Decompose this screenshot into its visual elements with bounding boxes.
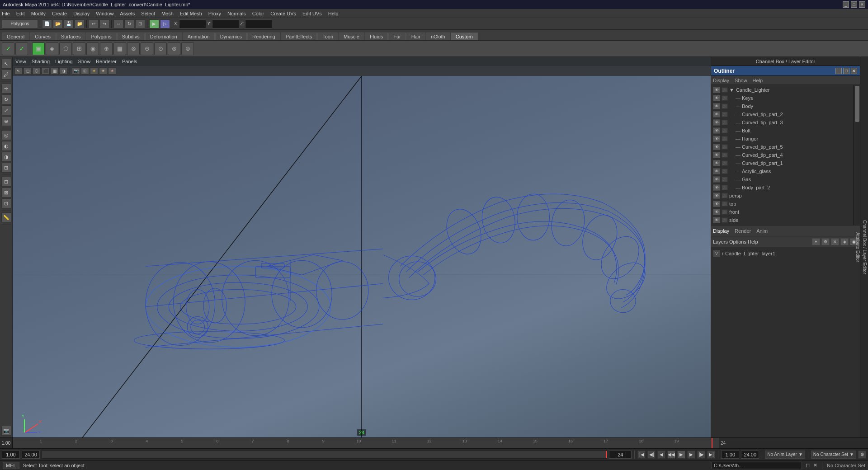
layer-delete-btn[interactable]: ✕	[831, 238, 839, 245]
soft-mod-btn[interactable]: ◎	[1, 130, 11, 140]
tab-custom[interactable]: Custom	[451, 33, 478, 40]
vis-icon-front[interactable]: 👁	[713, 209, 720, 215]
viewport-canvas[interactable]: X Y Z 24	[13, 76, 711, 437]
tab-dynamics[interactable]: Dynamics	[215, 33, 247, 40]
menu-display[interactable]: Display	[73, 11, 90, 16]
shelf-poly1[interactable]: ▣	[32, 42, 45, 55]
menu-select[interactable]: Select	[141, 11, 155, 16]
snap-point-btn[interactable]: ⊡	[1, 198, 11, 208]
viewport-area[interactable]: View Shading Lighting Show Renderer Pane…	[13, 57, 711, 437]
menu-edit[interactable]: Edit	[16, 11, 25, 16]
prev-frame-btn[interactable]: ◀	[657, 451, 665, 459]
shelf-poly6[interactable]: ⊕	[100, 42, 113, 55]
tree-item-persp[interactable]: 👁 🎥 persp	[711, 192, 854, 200]
tree-item-acrylic[interactable]: 👁 🎥 — Acrylic_glass	[711, 167, 854, 175]
vis-icon-c4[interactable]: 👁	[713, 152, 720, 158]
tab-subdivs[interactable]: Subdivs	[117, 33, 145, 40]
tree-item-keys[interactable]: 👁 🎥 — Keys	[711, 94, 854, 102]
layer-new-btn[interactable]: +	[812, 238, 820, 245]
snap-grid-btn[interactable]: ⊟	[1, 177, 11, 187]
layers-menu-help[interactable]: Help	[748, 239, 758, 244]
vis-icon-keys[interactable]: 👁	[713, 95, 720, 101]
vis-icon-persp[interactable]: 👁	[713, 193, 720, 199]
range-end-field[interactable]: 24.00	[741, 451, 759, 459]
tab-curves[interactable]: Curves	[30, 33, 56, 40]
char-set-dropdown[interactable]: No Character Set ▼	[811, 451, 856, 459]
outliner-close-btn[interactable]: ✕	[851, 68, 857, 74]
anim-end-field[interactable]: 24.00	[22, 451, 40, 459]
vis-icon-gas[interactable]: 👁	[713, 176, 720, 183]
vp-solid-btn[interactable]: ⬛	[42, 67, 50, 75]
shelf-poly11[interactable]: ⊛	[168, 42, 180, 55]
shelf-poly3[interactable]: ⬡	[59, 42, 72, 55]
vp-tex-btn[interactable]: ▦	[51, 67, 59, 75]
menu-edit-mesh[interactable]: Edit Mesh	[180, 11, 202, 16]
tree-item-curved1[interactable]: 👁 🎥 — Curved_tip_part_1	[711, 159, 854, 167]
layer-row-1[interactable]: V / Candle_Lighter_layer1	[713, 249, 858, 258]
tree-item-curved4[interactable]: 👁 🎥 — Curved_tip_part_4	[711, 151, 854, 159]
vp-grid-btn[interactable]: ⊞	[81, 67, 89, 75]
range-start-field[interactable]: 1.00	[721, 451, 739, 459]
tab-surfaces[interactable]: Surfaces	[56, 33, 85, 40]
vp-menu-shading[interactable]: Shading	[32, 59, 50, 64]
menu-modify[interactable]: Modify	[31, 11, 46, 16]
undo-btn[interactable]: ↩	[89, 19, 99, 28]
menu-color[interactable]: Color	[252, 11, 264, 16]
vis-icon-c1[interactable]: 👁	[713, 160, 720, 166]
select-tool-btn[interactable]: ↖	[1, 59, 11, 69]
sculpt-btn[interactable]: ◐	[1, 141, 11, 151]
close-btn[interactable]: ✕	[859, 1, 865, 8]
menu-mesh[interactable]: Mesh	[161, 11, 174, 16]
ipr-btn[interactable]: ▷	[160, 19, 170, 28]
vp-menu-view[interactable]: View	[15, 59, 26, 64]
vp-obj-btn[interactable]: ◻	[24, 67, 32, 75]
vp-shade-btn[interactable]: ◑	[60, 67, 68, 75]
tab-polygons[interactable]: Polygons	[86, 33, 116, 40]
vp-wire-btn[interactable]: ⬡	[33, 67, 41, 75]
shelf-poly5[interactable]: ◉	[86, 42, 99, 55]
shelf-poly2[interactable]: ◈	[46, 42, 58, 55]
minimize-btn[interactable]: _	[843, 1, 849, 8]
layer-vis-v[interactable]: V	[713, 250, 720, 257]
cluster-btn[interactable]: ⊞	[1, 163, 11, 173]
tree-item-candle-lighter[interactable]: 👁 🎥 ▼ Candle_Lighter	[711, 86, 854, 94]
skip-end-btn[interactable]: ▶|	[707, 451, 715, 459]
menu-proxy[interactable]: Proxy	[208, 11, 221, 16]
outliner-scrollbar[interactable]	[854, 85, 860, 225]
vis-icon-c2[interactable]: 👁	[713, 111, 720, 118]
tab-fur[interactable]: Fur	[388, 33, 406, 40]
vis-icon-body2[interactable]: 👁	[713, 184, 720, 191]
vis-icon[interactable]: 👁	[713, 87, 720, 93]
inner-timeline[interactable]	[42, 451, 607, 459]
vis-icon-side[interactable]: 👁	[713, 217, 720, 223]
tab-deformation[interactable]: Deformation	[145, 33, 182, 40]
open-btn[interactable]: 📂	[53, 19, 63, 28]
layer-icon1[interactable]: ◈	[840, 238, 849, 245]
shelf-poly7[interactable]: ▦	[113, 42, 126, 55]
vtab-channelbox[interactable]: Channel Box / Layer Editor	[861, 218, 868, 276]
mode-selector[interactable]: Polygons	[2, 19, 38, 28]
tab-fluids[interactable]: Fluids	[365, 33, 388, 40]
vis-icon-hanger[interactable]: 👁	[713, 136, 720, 142]
scale-tool-btn[interactable]: ⤢	[1, 105, 11, 115]
skip-start-btn[interactable]: |◀	[637, 451, 646, 459]
layers-menu-options[interactable]: Options	[729, 239, 746, 244]
timeline-ruler[interactable]: 1 2 3 4 5 6 7 8 9 10 11 12 13 14 15 16 1…	[13, 438, 719, 448]
rotate-btn[interactable]: ↻	[124, 19, 134, 28]
paint-select-btn[interactable]: 🖊	[1, 70, 11, 80]
menu-create-uvs[interactable]: Create UVs	[270, 11, 296, 16]
vis-icon-bolt[interactable]: 👁	[713, 127, 720, 134]
camera-btn[interactable]: 📷	[1, 426, 11, 436]
vp-light2-btn[interactable]: ☀	[99, 67, 107, 75]
outliner-tab-help[interactable]: Help	[753, 78, 763, 83]
outliner-maximize-btn[interactable]: □	[843, 68, 849, 74]
menu-edit-uvs[interactable]: Edit UVs	[302, 11, 322, 16]
save-btn[interactable]: 💾	[64, 19, 74, 28]
outliner-minimize-btn[interactable]: _	[835, 68, 842, 74]
tree-item-body[interactable]: 👁 🎥 — Body	[711, 102, 854, 110]
z-field[interactable]	[245, 19, 272, 28]
vtab-attribute[interactable]: Attribute Editor	[854, 230, 861, 264]
snap-curve-btn[interactable]: ⊠	[1, 188, 11, 197]
vis-icon-c3[interactable]: 👁	[713, 119, 720, 126]
anim-start-field[interactable]: 1.00	[2, 451, 20, 459]
